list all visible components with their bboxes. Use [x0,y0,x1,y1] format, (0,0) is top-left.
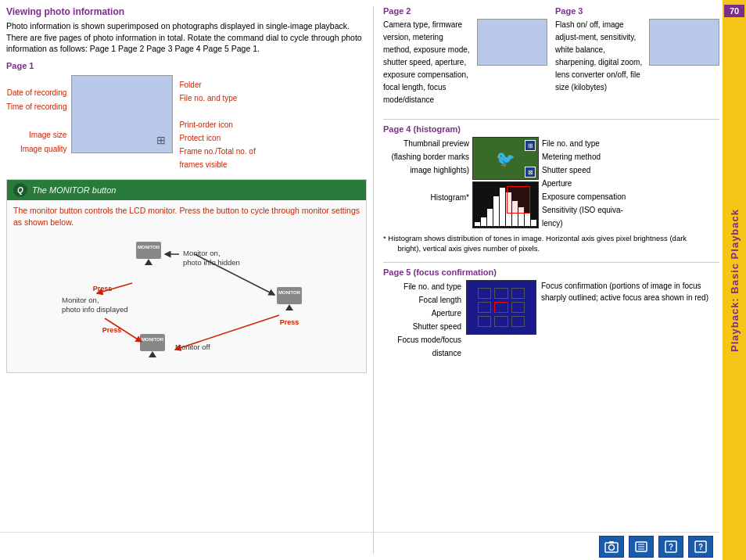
page-number: 70 [724,5,744,17]
label-protect: Protect icon [179,131,255,145]
label-folder: Folder [179,78,255,92]
hist-bar [525,214,530,226]
label-metering: Metering method [542,150,719,163]
focus-bracket-3 [511,288,525,299]
svg-point-19 [609,544,615,550]
page1-image-box: ⊞ [71,75,173,153]
page1-diagram: Date of recording Time of recording Imag… [6,75,367,171]
hist-bar [481,217,486,226]
hist-bar [487,209,493,226]
label-spacer [6,114,66,128]
svg-rect-20 [609,541,614,544]
monitor-header-text: The MONITOR button [32,185,116,195]
focus-bracket-9 [511,316,525,327]
focus-bracket-4 [478,302,491,313]
page1-title: Page 1 [6,61,367,70]
label-p5-distance: distance [383,346,461,360]
sidebar-text: Playback: Basic Playback [729,209,741,352]
section-title: Viewing photo information [6,6,367,17]
bottom-icon-menu[interactable] [629,536,654,558]
bottom-bar: ? ? [0,532,719,560]
label-shutter: Shutter speed [542,163,719,177]
intro-text: Photo information is shown superimposed … [6,20,367,55]
sidebar: 70 Playback: Basic Playback [723,0,746,560]
page5-focus-image [466,280,536,335]
svg-text:?: ? [669,543,673,551]
focus-bracket-7 [478,316,491,327]
svg-text:Monitor on,: Monitor on, [62,296,99,304]
label-sensitivity: Sensitivity (ISO equiva- [542,203,719,217]
label-flashing: (flashing border marks [383,150,469,163]
monitor-desc: The monitor button controls the LCD moni… [13,205,360,228]
svg-text:Press: Press [92,285,112,293]
label-highlights: image highlights) [383,163,469,177]
focus-bracket-2 [494,288,507,299]
svg-marker-2 [145,259,152,265]
page2-text: Camera type, firmware version, metering … [383,19,472,106]
focus-brackets-grid [478,288,525,327]
page5-section: Page 5 (focus confirmation) File no. and… [383,267,719,360]
thumb-icon-2: ⊠ [525,167,536,178]
page2-content: Camera type, firmware version, metering … [383,19,547,106]
page3-section: Page 3 Flash on/ off, image adjust-ment,… [555,6,719,106]
page4-section: Page 4 (histogram) Thumbnail preview (fl… [383,124,719,254]
thumb-icon-1: ⊞ [525,140,536,151]
page2-image [477,19,547,66]
hist-bar [493,196,499,226]
page5-title: Page 5 (focus confirmation) [383,267,719,277]
page5-left-labels: File no. and type Focal length Aperture … [383,280,461,360]
label-file-no: File no. and type [542,137,719,150]
thumbnail-preview: 🐦 ⊞ ⊠ [472,137,539,180]
bottom-icon-help1[interactable]: ? [658,536,683,558]
svg-text:MONITOR: MONITOR [137,245,160,249]
label-fileno: File no. and type [179,92,255,105]
monitor-cycle-diagram: MONITOR Monitor on, photo info hidden [13,234,360,368]
monitor-section: Q The MONITOR button The monitor button … [6,179,367,373]
label-quality: Image quality [6,142,66,156]
label-spacer2 [179,105,255,118]
page4-title: Page 4 (histogram) [383,124,719,134]
page3-text: Flash on/ off, image adjust-ment, sensit… [555,19,644,94]
histogram-image [472,181,539,228]
page2-section: Page 2 Camera type, firmware version, me… [383,6,547,106]
label-printorder: Print-order icon [179,118,255,131]
page1-labels-left: Date of recording Time of recording Imag… [6,75,66,171]
monitor-header: Q The MONITOR button [7,180,366,200]
svg-text:Monitor on,: Monitor on, [183,249,221,257]
hist-bar [531,220,536,226]
svg-text:?: ? [698,543,703,551]
camera-icon: ⊞ [156,134,166,146]
label-p5-focus: Focus mode/focus [383,333,461,346]
thumbnail-icons: ⊞ ⊠ [525,140,536,178]
label-p5-aperture: Aperture [383,307,461,320]
bottom-icon-help2[interactable]: ? [688,536,713,558]
page5-right-text: Focus confirmation (portions of image in… [541,280,719,360]
page4-content: Thumbnail preview (flashing border marks… [383,137,719,230]
label-frameno: Frame no./Total no. offrames visible [179,145,255,171]
page4-center: 🐦 ⊞ ⊠ [472,137,539,230]
label-lency: lency) [542,217,719,230]
label-size: Image size [6,128,66,142]
label-p5-focal: Focal length [383,293,461,307]
page4-right-labels: File no. and type Metering method Shutte… [542,137,719,230]
label-p5-shutter: Shutter speed [383,320,461,333]
label-p5-file: File no. and type [383,280,461,293]
monitor-button-icon: Q [13,183,27,197]
page2-title: Page 2 [383,6,547,16]
focus-bracket-1 [478,288,491,299]
page4-footnote: * Histogram shows distribution of tones … [383,233,719,254]
label-histogram: Histogram* [383,191,469,204]
svg-text:MONITOR: MONITOR [141,337,163,342]
divider1 [383,119,719,120]
svg-marker-11 [149,351,156,357]
bottom-icon-camera[interactable] [599,536,624,558]
page3-image [649,19,719,66]
hist-bar [475,222,480,226]
label-date: Date of recording [6,86,66,100]
page4-left-labels: Thumbnail preview (flashing border marks… [383,137,469,230]
svg-marker-16 [285,304,293,311]
hist-bar [500,188,505,226]
label-aperture: Aperture [542,177,719,190]
page3-content: Flash on/ off, image adjust-ment, sensit… [555,19,719,94]
label-thumbnail: Thumbnail preview [383,137,469,150]
